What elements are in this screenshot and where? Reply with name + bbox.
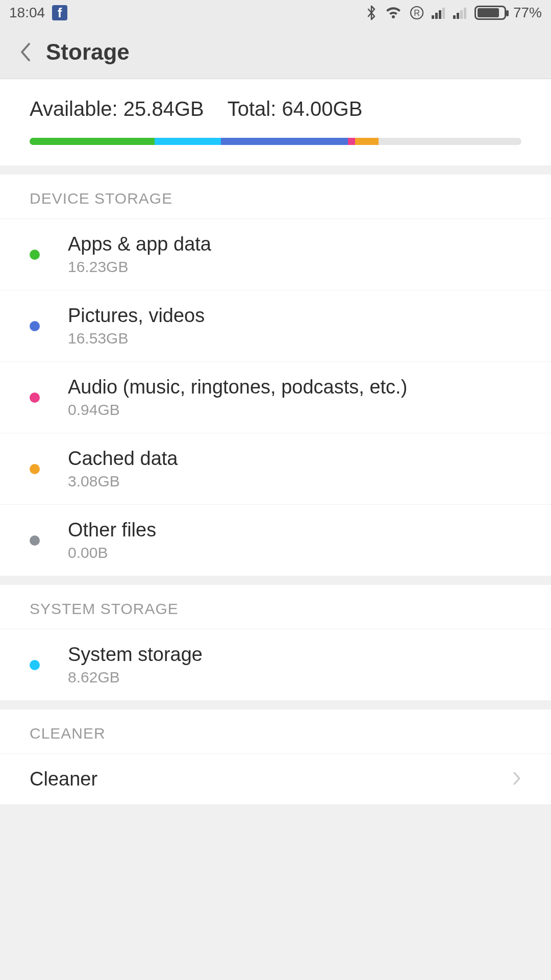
total-text: Total: 64.00GB: [228, 97, 363, 120]
device-storage-section: DEVICE STORAGE Apps & app data16.23GBPic…: [0, 175, 551, 576]
svg-rect-2: [432, 15, 434, 19]
app-header: Storage: [0, 26, 551, 79]
svg-rect-9: [464, 8, 466, 19]
battery-fill: [478, 8, 499, 17]
back-button[interactable]: [15, 42, 36, 62]
category-dot-icon: [30, 464, 40, 474]
row-title: Audio (music, ringtones, podcasts, etc.): [68, 376, 407, 398]
device-storage-row[interactable]: Cached data3.08GB: [0, 433, 551, 505]
battery-icon: [474, 6, 506, 20]
svg-rect-6: [453, 15, 456, 19]
available-text: Available: 25.84GB: [30, 97, 204, 120]
system-storage-row[interactable]: System storage8.62GB: [0, 629, 551, 700]
circle-r-icon: R: [409, 5, 424, 20]
svg-text:R: R: [414, 9, 420, 17]
category-dot-icon: [30, 535, 40, 546]
cleaner-row[interactable]: Cleaner: [0, 754, 551, 804]
row-size: 16.23GB: [68, 258, 211, 276]
usage-bar-segment: [221, 138, 348, 145]
row-size: 3.08GB: [68, 473, 178, 490]
page-title: Storage: [46, 39, 130, 65]
section-header-device: DEVICE STORAGE: [0, 175, 551, 219]
svg-rect-3: [435, 13, 438, 19]
row-title: Other files: [68, 519, 156, 541]
row-size: 0.00B: [68, 544, 156, 561]
storage-usage-bar: [30, 138, 521, 145]
usage-bar-segment: [348, 138, 355, 145]
row-size: 0.94GB: [68, 401, 407, 419]
category-dot-icon: [30, 393, 40, 403]
storage-summary: Available: 25.84GB Total: 64.00GB: [0, 79, 551, 165]
status-bar: 18:04 f R 77%: [0, 0, 551, 26]
section-header-system: SYSTEM STORAGE: [0, 585, 551, 629]
row-size: 16.53GB: [68, 330, 205, 347]
svg-rect-4: [439, 10, 441, 19]
category-dot-icon: [30, 321, 40, 331]
device-storage-row[interactable]: Pictures, videos16.53GB: [0, 290, 551, 362]
row-title: System storage: [68, 644, 203, 666]
status-time: 18:04: [9, 5, 45, 21]
battery-percent: 77%: [513, 5, 542, 21]
category-dot-icon: [30, 250, 40, 260]
signal-2-icon: [453, 7, 467, 19]
cleaner-section: CLEANER Cleaner: [0, 709, 551, 804]
row-title: Apps & app data: [68, 233, 211, 255]
bluetooth-icon: [365, 5, 378, 20]
row-title: Cached data: [68, 448, 178, 470]
section-header-cleaner: CLEANER: [0, 709, 551, 754]
row-title: Pictures, videos: [68, 305, 205, 327]
device-storage-row[interactable]: Audio (music, ringtones, podcasts, etc.)…: [0, 362, 551, 433]
row-title: Cleaner: [30, 768, 97, 790]
wifi-icon: [385, 6, 402, 19]
category-dot-icon: [30, 660, 40, 670]
row-size: 8.62GB: [68, 669, 203, 686]
svg-rect-5: [442, 8, 445, 19]
system-storage-section: SYSTEM STORAGE System storage8.62GB: [0, 585, 551, 700]
chevron-right-icon: [512, 771, 521, 788]
svg-rect-8: [460, 10, 463, 19]
svg-rect-7: [457, 13, 459, 19]
facebook-notification-icon: f: [52, 5, 67, 20]
usage-bar-segment: [155, 138, 221, 145]
usage-bar-segment: [30, 138, 155, 145]
usage-bar-segment: [355, 138, 379, 145]
device-storage-row[interactable]: Other files0.00B: [0, 505, 551, 576]
signal-1-icon: [432, 7, 446, 19]
device-storage-row[interactable]: Apps & app data16.23GB: [0, 219, 551, 290]
